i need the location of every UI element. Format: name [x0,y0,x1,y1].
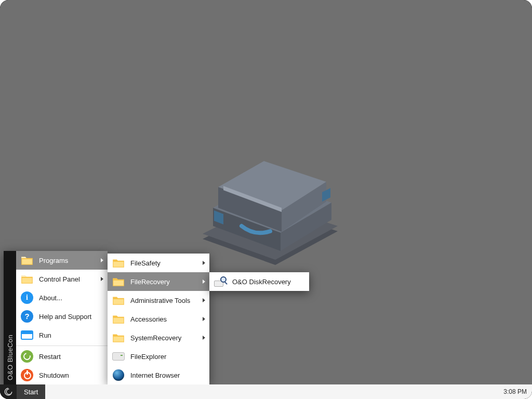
svg-marker-1 [203,203,338,260]
programs-item-admintools[interactable]: Administrative Tools [108,291,209,310]
run-icon [20,328,34,342]
folder-icon [20,254,34,267]
chevron-right-icon [203,298,205,302]
svg-rect-14 [113,281,124,286]
brand-text: O&O BlueCon [6,335,14,380]
programs-item-filesafety[interactable]: FileSafety [108,254,209,272]
diskrecovery-icon [214,275,227,288]
svg-marker-2 [213,179,331,233]
menu-label: About... [39,294,62,302]
desktop[interactable]: O&O BlueCon Programs Control Panel [0,0,532,399]
start-button-label: Start [24,388,38,396]
menu-label: FileExplorer [130,353,166,361]
start-item-restart[interactable]: Restart [16,347,108,366]
wallpaper-briefcase [192,130,348,265]
svg-marker-3 [213,208,281,251]
chevron-right-icon [203,280,205,284]
info-icon [20,291,34,304]
menu-label: SystemRecovery [130,334,181,342]
menu-label: Help and Support [39,313,91,321]
svg-marker-10 [223,186,282,212]
programs-item-fileexplorer[interactable]: FileExplorer [108,347,209,366]
start-item-help[interactable]: Help and Support [16,307,108,326]
menu-label: Run [39,331,51,339]
start-item-about[interactable]: About... [16,288,108,307]
menu-label: FileRecovery [130,278,170,286]
taskbar-task-area[interactable] [45,384,498,399]
taskbar-clock[interactable]: 3:08 PM [498,384,532,399]
folder-icon [112,275,125,288]
start-item-run[interactable]: Run [16,326,108,344]
start-button[interactable]: Start [17,384,45,399]
filerecovery-item-diskrecovery[interactable]: O&O DiskRecovery [209,272,309,291]
folder-icon [112,312,125,326]
programs-item-systemrecovery[interactable]: SystemRecovery [108,328,209,347]
svg-marker-4 [281,203,331,251]
screen-frame: O&O BlueCon Programs Control Panel [0,0,532,399]
menu-label: Restart [39,353,61,361]
svg-marker-6 [218,187,282,232]
start-logo-icon[interactable] [0,384,17,399]
svg-rect-17 [113,337,124,342]
folder-icon [112,331,125,344]
folder-icon [112,256,125,270]
svg-rect-12 [22,278,32,283]
chevron-right-icon [203,317,205,321]
filerecovery-submenu: O&O DiskRecovery [209,272,309,291]
start-menu-items: Programs Control Panel About... He [16,251,108,384]
menu-label: Programs [39,257,68,264]
restart-icon [20,350,34,363]
start-item-shutdown[interactable]: Shutdown [16,366,108,384]
svg-marker-5 [218,161,326,210]
menu-label: FileSafety [130,259,161,267]
svg-rect-15 [113,299,124,304]
start-item-control-panel[interactable]: Control Panel [16,270,108,288]
chevron-right-icon [101,277,103,281]
programs-item-filerecovery[interactable]: FileRecovery [108,272,209,291]
clock-text: 3:08 PM [503,388,527,395]
menu-label: Control Panel [39,275,80,283]
disk-icon [112,350,125,363]
menu-label: Internet Browser [130,371,180,379]
start-menu-brand-strip: O&O BlueCon [4,251,16,384]
menu-divider [16,345,108,346]
menu-label: Administrative Tools [130,297,190,304]
svg-marker-9 [322,188,330,202]
menu-label: O&O DiskRecovery [232,278,291,286]
shutdown-icon [20,368,34,382]
chevron-right-icon [203,261,205,265]
folder-icon [112,294,125,307]
chevron-right-icon [101,258,103,262]
svg-rect-16 [113,318,124,323]
help-icon [20,310,34,323]
menu-label: Shutdown [39,371,69,379]
menu-label: Accessories [130,315,167,323]
programs-item-browser[interactable]: Internet Browser [108,366,209,384]
svg-marker-0 [203,208,338,265]
svg-marker-8 [214,210,223,224]
svg-marker-7 [282,182,326,232]
start-menu: O&O BlueCon Programs Control Panel [4,251,108,384]
globe-icon [112,368,125,382]
programs-submenu: FileSafety FileRecovery Administrative T… [108,254,209,384]
programs-item-accessories[interactable]: Accessories [108,310,209,328]
svg-rect-13 [113,262,124,267]
svg-rect-11 [22,259,32,264]
chevron-right-icon [203,336,205,340]
folder-icon [20,272,34,286]
taskbar: Start 3:08 PM [0,384,532,399]
start-item-programs[interactable]: Programs [16,251,108,270]
